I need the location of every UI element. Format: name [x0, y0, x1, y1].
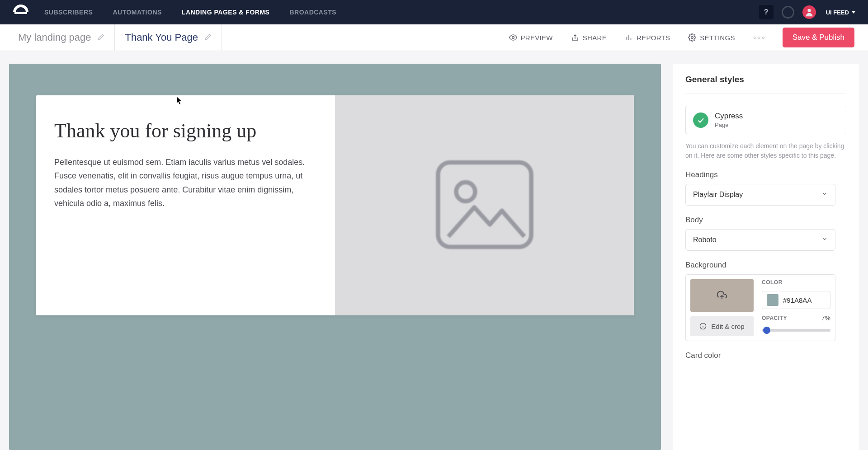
- check-icon: [693, 112, 708, 128]
- account-menu[interactable]: UI FEED: [826, 9, 855, 16]
- headings-label: Headings: [685, 170, 846, 179]
- background-label: Background: [685, 261, 846, 270]
- color-swatch: [767, 294, 778, 306]
- pencil-icon[interactable]: [204, 32, 212, 43]
- headings-font-value: Playfair Display: [693, 191, 743, 199]
- svg-point-4: [512, 37, 514, 39]
- settings-label: SETTINGS: [700, 34, 735, 42]
- activity-indicator-icon: [782, 6, 794, 19]
- opacity-value: 7%: [821, 314, 830, 322]
- chevron-down-icon: [852, 11, 855, 14]
- app-logo[interactable]: [13, 4, 29, 20]
- page-toolbar: My landing page Thank You Page PREVIEW S…: [0, 24, 868, 51]
- user-icon: [804, 7, 814, 17]
- color-label: COLOR: [762, 279, 830, 286]
- nav-broadcasts[interactable]: BROADCASTS: [289, 9, 336, 16]
- page-heading[interactable]: Thank you for signing up: [54, 120, 317, 143]
- color-hex-value: #91A8AA: [783, 296, 811, 304]
- cursor-icon: [176, 97, 183, 107]
- eye-icon: [509, 33, 517, 42]
- template-type: Page: [715, 122, 743, 128]
- page-body-text[interactable]: Pellentesque ut euismod sem. Etiam iacul…: [54, 155, 317, 211]
- card-color-label: Card color: [685, 351, 846, 360]
- chevron-down-icon: [821, 191, 828, 199]
- page-tabs: My landing page Thank You Page: [18, 24, 222, 51]
- more-menu[interactable]: ○○○: [753, 35, 766, 40]
- cloud-upload-icon: [716, 291, 728, 300]
- svg-point-10: [456, 182, 475, 201]
- top-nav-links: SUBSCRIBERS AUTOMATIONS LANDING PAGES & …: [44, 9, 759, 16]
- page-canvas[interactable]: Thank you for signing up Pellentesque ut…: [9, 64, 661, 450]
- svg-point-3: [807, 9, 811, 12]
- body-font-select[interactable]: Roboto: [685, 229, 835, 251]
- nav-subscribers[interactable]: SUBSCRIBERS: [44, 9, 93, 16]
- reports-label: REPORTS: [637, 34, 670, 42]
- chevron-down-icon: [821, 236, 828, 244]
- main-area: Thank you for signing up Pellentesque ut…: [0, 51, 868, 450]
- tab-landing-page[interactable]: My landing page: [18, 24, 114, 51]
- account-name: UI FEED: [826, 9, 849, 16]
- bar-chart-icon: [625, 33, 633, 42]
- card-text-column[interactable]: Thank you for signing up Pellentesque ut…: [36, 95, 335, 315]
- top-nav-right: ? UI FEED: [759, 5, 855, 19]
- help-button[interactable]: ?: [759, 5, 774, 19]
- gear-icon: [688, 33, 696, 42]
- headings-font-select[interactable]: Playfair Display: [685, 184, 835, 206]
- settings-button[interactable]: SETTINGS: [688, 33, 735, 42]
- edit-crop-button[interactable]: Edit & crop: [690, 316, 754, 336]
- share-button[interactable]: SHARE: [571, 33, 607, 42]
- svg-point-8: [691, 37, 693, 39]
- background-image-upload[interactable]: [690, 279, 754, 312]
- sidebar-description: You can customize each element on the pa…: [685, 141, 846, 160]
- slider-thumb[interactable]: [763, 327, 770, 334]
- body-font-value: Roboto: [693, 236, 717, 244]
- top-nav: SUBSCRIBERS AUTOMATIONS LANDING PAGES & …: [0, 0, 868, 24]
- preview-button[interactable]: PREVIEW: [509, 33, 553, 42]
- background-group: Edit & crop COLOR #91A8AA OPACITY 7%: [685, 274, 835, 341]
- styles-sidebar: General styles Cypress Page You can cust…: [673, 64, 859, 450]
- preview-label: PREVIEW: [521, 34, 553, 42]
- avatar[interactable]: [802, 5, 816, 19]
- edit-crop-label: Edit & crop: [711, 323, 744, 330]
- info-icon: [699, 323, 707, 330]
- share-icon: [571, 33, 579, 42]
- content-card[interactable]: Thank you for signing up Pellentesque ut…: [36, 95, 634, 315]
- body-label: Body: [685, 216, 846, 225]
- nav-automations[interactable]: AUTOMATIONS: [113, 9, 161, 16]
- tab-thank-you-page[interactable]: Thank You Page: [114, 24, 222, 51]
- tab-label: Thank You Page: [125, 32, 198, 43]
- toolbar-actions: PREVIEW SHARE REPORTS SETTINGS ○○○: [509, 33, 766, 42]
- share-label: SHARE: [583, 34, 607, 42]
- pencil-icon[interactable]: [97, 32, 104, 43]
- sidebar-title: General styles: [685, 75, 846, 94]
- opacity-label: OPACITY: [762, 315, 787, 321]
- template-name: Cypress: [715, 112, 743, 121]
- opacity-slider[interactable]: [762, 329, 830, 332]
- save-publish-button[interactable]: Save & Publish: [783, 28, 854, 47]
- image-placeholder-icon: [433, 157, 537, 254]
- reports-button[interactable]: REPORTS: [625, 33, 670, 42]
- background-color-picker[interactable]: #91A8AA: [762, 291, 830, 309]
- nav-landing-pages[interactable]: LANDING PAGES & FORMS: [182, 9, 270, 16]
- svg-rect-2: [14, 12, 27, 14]
- template-selector[interactable]: Cypress Page: [685, 106, 846, 134]
- card-image-column[interactable]: [335, 95, 634, 315]
- tab-label: My landing page: [18, 32, 91, 43]
